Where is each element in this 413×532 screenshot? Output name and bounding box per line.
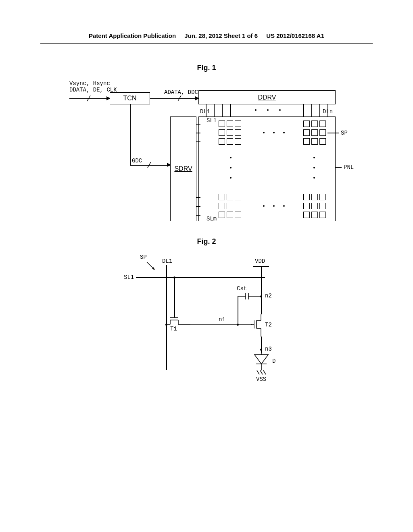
sdrv-box: SDRV [170,116,196,221]
figure-2-title: Fig. 2 [0,237,413,246]
t1-gate-node [173,276,175,278]
ddrv-label: DDRV [258,94,276,101]
dl-line [311,104,312,116]
ground-icon [256,369,267,376]
t2-gate-line [238,324,252,325]
pixel [311,212,318,218]
gdc-label: GDC [132,158,142,164]
n1-label: n1 [219,316,225,323]
sdrv-label: SDRV [174,165,192,172]
svg-line-27 [260,370,263,374]
pixel [303,212,310,218]
pixel [235,203,241,209]
line-tcn-down [130,104,131,165]
pixel [227,121,233,127]
pixel [227,138,233,145]
ddrv-box: DDRV [198,90,336,104]
slash-icon [146,162,152,168]
pixel [235,129,241,136]
t1-label: T1 [170,326,177,332]
pixel [319,203,326,209]
t2-transistor-icon [251,314,267,337]
sl1-line [136,277,265,278]
cst-left-line [238,296,238,324]
dl1-label: DL1 [200,108,210,115]
ellipsis-dot [230,167,232,168]
t1-drain-node [165,324,167,326]
tcn-label: TCN [123,95,137,102]
dl1-label: DL1 [162,258,172,264]
sp-arrow-icon [145,260,157,272]
sl-line [196,141,200,142]
sp-label: SP [140,254,147,260]
ellipsis-dot [267,109,269,111]
pixel [219,212,225,218]
slash-icon [86,96,92,102]
ellipsis-dot [279,109,281,111]
pixel [219,129,225,136]
t2-drain-line [261,292,262,314]
ellipsis-dot [313,177,315,179]
pixel [311,121,318,127]
pixel [227,212,233,218]
pixel [219,194,225,200]
n3-node [260,349,262,351]
dl-line [230,104,231,116]
vss-label: VSS [256,376,266,382]
ellipsis-dot [283,205,285,207]
ellipsis-dot [283,132,285,133]
ellipsis-dot [273,132,275,133]
pixel [311,129,318,136]
n2-label: n2 [265,293,272,299]
ellipsis-dot [230,177,232,179]
ellipsis-dot [313,167,315,168]
ellipsis-dot [273,205,275,207]
n1-line [190,324,239,325]
adata-label: ADATA, DDC [164,89,198,96]
pixel [235,194,241,200]
svg-line-0 [87,96,90,101]
pixel [303,121,310,127]
header-right: US 2012/0162168 A1 [266,32,324,39]
pixel [311,138,318,145]
ellipsis-dot [230,157,232,158]
pixel [303,203,310,209]
page-header: Patent Application Publication Jun. 28, … [40,0,373,44]
sl-line [196,206,200,207]
sp-leader [327,133,339,133]
dln-label: DLn [323,108,333,115]
dl-line [319,104,320,116]
svg-line-3 [147,262,154,269]
sl-line [196,133,200,133]
t1-transistor-icon [166,310,190,326]
pixel [227,129,233,136]
tcn-box: TCN [110,92,150,104]
n3-label: n3 [265,346,272,352]
slm-label: SLm [206,216,217,222]
pixel [235,212,241,218]
pixel [319,194,326,200]
pixel [219,203,225,209]
pixel [311,194,318,200]
diode-icon [253,353,270,369]
figure-1-title: Fig. 1 [0,64,413,72]
pixel [219,138,225,145]
ellipsis-dot [255,109,257,111]
dl-line [214,104,215,116]
d-label: D [272,358,275,364]
svg-line-28 [263,370,266,374]
pixel [303,138,310,145]
pixel [311,203,318,209]
header-left: Patent Application Publication [89,32,176,39]
pixel [319,138,326,145]
pixel [227,203,233,209]
sl-line [196,124,200,125]
svg-line-1 [178,96,181,101]
t2-label: T2 [265,322,272,328]
sp-label: SP [341,130,348,136]
pnl-leader [336,167,342,168]
ellipsis-dot [263,205,265,207]
figure-2-diagram: SP DL1 SL1 VDD T1 n1 Cst n2 [116,254,297,399]
dl-line [303,104,304,116]
pixel [319,121,326,127]
